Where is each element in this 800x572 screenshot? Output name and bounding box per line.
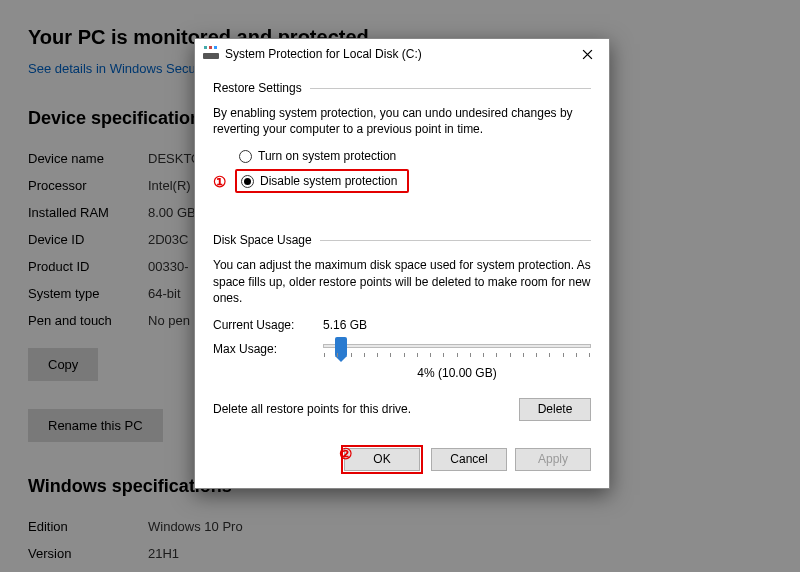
slider-ticks <box>324 353 590 357</box>
radio-icon <box>241 175 254 188</box>
apply-button[interactable]: Apply <box>515 448 591 471</box>
divider <box>320 240 591 241</box>
close-icon <box>582 49 593 60</box>
restore-description: By enabling system protection, you can u… <box>213 105 591 137</box>
radio-disable[interactable]: Disable system protection <box>241 174 397 188</box>
system-protection-dialog: System Protection for Local Disk (C:) Re… <box>194 38 610 489</box>
radio-disable-label: Disable system protection <box>260 174 397 188</box>
restore-settings-heading: Restore Settings <box>213 81 302 95</box>
radio-turn-on-label: Turn on system protection <box>258 149 396 163</box>
radio-icon <box>239 150 252 163</box>
delete-description: Delete all restore points for this drive… <box>213 402 519 416</box>
current-usage-value: 5.16 GB <box>323 318 367 332</box>
highlight-box-2: OK <box>341 445 423 474</box>
disk-usage-heading: Disk Space Usage <box>213 233 312 247</box>
dialog-titlebar: System Protection for Local Disk (C:) <box>195 39 609 69</box>
dialog-title: System Protection for Local Disk (C:) <box>225 47 569 61</box>
annotation-1: ① <box>213 173 226 191</box>
max-usage-value: 4% (10.00 GB) <box>323 366 591 380</box>
divider <box>310 88 591 89</box>
ok-button[interactable]: OK <box>344 448 420 471</box>
highlight-box-1: Disable system protection <box>235 169 409 193</box>
slider-track <box>323 344 591 348</box>
disk-usage-description: You can adjust the maximum disk space us… <box>213 257 591 306</box>
delete-button[interactable]: Delete <box>519 398 591 421</box>
current-usage-label: Current Usage: <box>213 318 323 332</box>
max-usage-label: Max Usage: <box>213 342 323 380</box>
system-protection-icon <box>203 46 219 62</box>
close-button[interactable] <box>569 41 605 67</box>
max-usage-slider[interactable]: 4% (10.00 GB) <box>323 342 591 380</box>
cancel-button[interactable]: Cancel <box>431 448 507 471</box>
radio-turn-on[interactable]: Turn on system protection <box>239 149 591 163</box>
